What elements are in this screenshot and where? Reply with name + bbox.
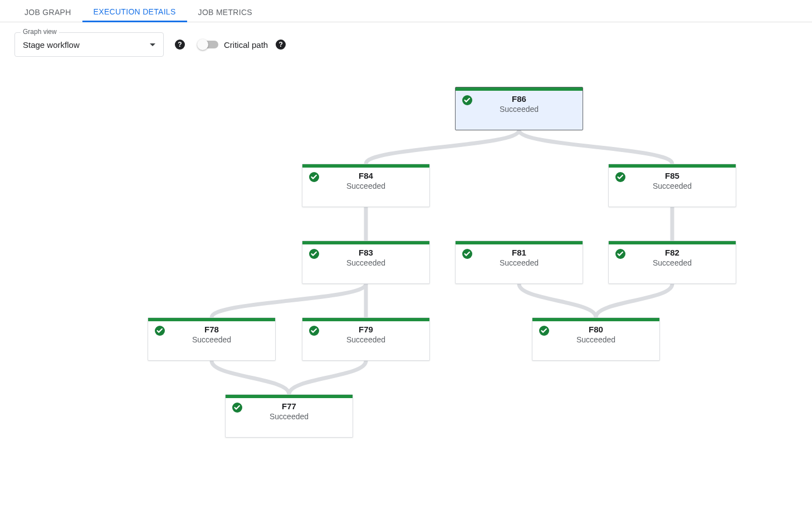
stage-id: F77 <box>226 401 353 411</box>
edge-f86-f84 <box>366 130 519 164</box>
stage-node-f85[interactable]: F85 Succeeded <box>608 164 736 207</box>
controls-row: Graph view Stage workflow ? Critical pat… <box>0 22 812 57</box>
stage-status: Succeeded <box>532 335 659 344</box>
graph-edges <box>0 70 812 504</box>
status-bar <box>456 241 583 244</box>
check-circle-icon <box>462 249 472 259</box>
check-circle-icon <box>615 172 625 182</box>
critical-path-label: Critical path <box>224 40 268 50</box>
tab-bar: JOB GRAPHEXECUTION DETAILSJOB METRICS <box>0 0 812 22</box>
status-bar <box>302 318 429 321</box>
stage-status: Succeeded <box>302 335 429 344</box>
chevron-down-icon <box>150 43 155 46</box>
stage-id: F83 <box>302 248 429 257</box>
graph-view-float-label: Graph view <box>21 28 59 36</box>
edge-f78-f77 <box>212 361 289 394</box>
toggle-thumb <box>197 39 208 50</box>
edge-f82-f80 <box>596 284 672 317</box>
stage-node-f80[interactable]: F80 Succeeded <box>532 317 660 361</box>
stage-node-f78[interactable]: F78 Succeeded <box>148 317 276 361</box>
critical-path-toggle[interactable] <box>198 41 218 48</box>
tab-job-graph[interactable]: JOB GRAPH <box>13 8 82 22</box>
check-circle-icon <box>539 326 549 336</box>
help-icon[interactable]: ? <box>175 40 185 50</box>
status-bar <box>226 395 353 398</box>
stage-node-f84[interactable]: F84 Succeeded <box>302 164 430 207</box>
stage-node-f86[interactable]: F86 Succeeded <box>455 87 583 130</box>
graph-view-select[interactable]: Graph view Stage workflow <box>14 32 164 57</box>
stage-id: F79 <box>302 325 429 334</box>
check-circle-icon <box>615 249 625 259</box>
check-circle-icon <box>232 403 242 413</box>
stage-id: F80 <box>532 325 659 334</box>
edge-f81-f80 <box>519 284 596 317</box>
check-circle-icon <box>462 95 472 105</box>
stage-status: Succeeded <box>456 105 583 114</box>
status-bar <box>609 241 736 244</box>
edge-f86-f85 <box>519 130 672 164</box>
tab-execution-details[interactable]: EXECUTION DETAILS <box>82 7 187 22</box>
stage-id: F78 <box>148 325 275 334</box>
stage-id: F81 <box>456 248 583 257</box>
help-icon[interactable]: ? <box>276 40 286 50</box>
stage-status: Succeeded <box>226 412 353 421</box>
stage-workflow-graph[interactable]: F86 Succeeded F84 Succeeded F85 Succeede… <box>0 70 812 504</box>
status-bar <box>302 164 429 168</box>
stage-node-f82[interactable]: F82 Succeeded <box>608 241 736 284</box>
status-bar <box>609 164 736 168</box>
check-circle-icon <box>155 326 165 336</box>
status-bar <box>148 318 275 321</box>
status-bar <box>302 241 429 244</box>
stage-node-f83[interactable]: F83 Succeeded <box>302 241 430 284</box>
stage-id: F82 <box>609 248 736 257</box>
stage-node-f79[interactable]: F79 Succeeded <box>302 317 430 361</box>
check-circle-icon <box>309 172 319 182</box>
stage-id: F86 <box>456 94 583 104</box>
stage-status: Succeeded <box>148 335 275 344</box>
edge-f83-f78 <box>212 284 366 317</box>
stage-status: Succeeded <box>302 182 429 190</box>
edge-f79-f77 <box>289 361 366 394</box>
stage-status: Succeeded <box>609 258 736 267</box>
stage-status: Succeeded <box>302 258 429 267</box>
check-circle-icon <box>309 326 319 336</box>
check-circle-icon <box>309 249 319 259</box>
stage-status: Succeeded <box>456 258 583 267</box>
stage-id: F85 <box>609 171 736 180</box>
stage-node-f81[interactable]: F81 Succeeded <box>455 241 583 284</box>
status-bar <box>456 87 583 91</box>
stage-id: F84 <box>302 171 429 180</box>
tab-job-metrics[interactable]: JOB METRICS <box>187 8 263 22</box>
stage-status: Succeeded <box>609 182 736 190</box>
graph-view-selected-value: Stage workflow <box>23 40 150 50</box>
status-bar <box>532 318 659 321</box>
stage-node-f77[interactable]: F77 Succeeded <box>225 394 353 438</box>
